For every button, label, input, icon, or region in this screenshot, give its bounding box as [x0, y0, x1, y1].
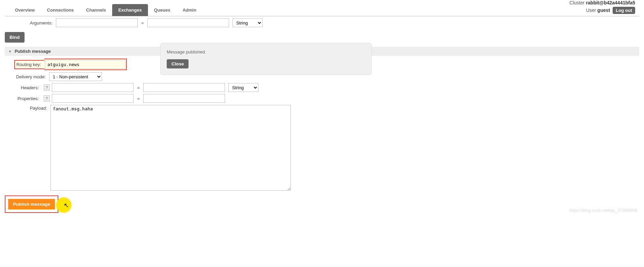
routing-key-label: Routing key:	[14, 60, 44, 69]
main-tabs: Overview Connections Channels Exchanges …	[9, 4, 203, 16]
flash-text: Message published.	[167, 49, 365, 54]
headers-label: Headers:	[5, 85, 42, 90]
tab-overview[interactable]: Overview	[9, 4, 41, 16]
equals-sign: =	[134, 85, 143, 90]
publish-message-button[interactable]: Publish message	[8, 199, 55, 209]
delivery-mode-label: Delivery mode:	[5, 74, 49, 79]
properties-value-input[interactable]	[143, 94, 225, 103]
tab-exchanges[interactable]: Exchanges	[112, 4, 148, 16]
headers-row: Headers: ? = String	[5, 83, 639, 92]
arguments-row: Arguments: = String	[5, 18, 639, 27]
headers-type-select[interactable]: String	[228, 83, 258, 92]
flash-message: Message published. Close	[160, 43, 372, 75]
delivery-mode-select[interactable]: 1 - Non-persistent	[49, 72, 102, 81]
cluster-name: rabbit@b42a4441bfa5	[586, 0, 635, 5]
properties-row: Properties: ? =	[5, 94, 639, 103]
arguments-type-select[interactable]: String	[233, 18, 263, 27]
properties-help-icon[interactable]: ?	[44, 95, 50, 101]
bind-button[interactable]: Bind	[5, 32, 25, 43]
user-name: guest	[597, 7, 610, 13]
payload-label: Payload:	[5, 105, 50, 111]
watermark-text: https://blog.csdn.net/qq_37909508	[569, 208, 638, 213]
chevron-down-icon: ▼	[8, 49, 12, 53]
properties-key-input[interactable]	[52, 94, 134, 103]
equals-sign: =	[138, 20, 147, 26]
logout-button[interactable]: Log out	[613, 7, 635, 14]
routing-key-input[interactable]	[45, 60, 125, 69]
arguments-label: Arguments:	[5, 20, 56, 26]
section-title: Publish message	[15, 49, 51, 54]
headers-help-icon[interactable]: ?	[44, 84, 50, 91]
properties-label: Properties:	[5, 96, 42, 101]
arguments-key-input[interactable]	[56, 18, 138, 27]
header-right: Cluster rabbit@b42a4441bfa5 User guest L…	[569, 0, 635, 16]
tab-queues[interactable]: Queues	[148, 4, 177, 16]
arguments-value-input[interactable]	[147, 18, 229, 27]
tab-connections[interactable]: Connections	[41, 4, 80, 16]
flash-close-button[interactable]: Close	[167, 59, 189, 68]
tab-channels[interactable]: Channels	[80, 4, 113, 16]
user-label: User	[586, 7, 596, 13]
headers-value-input[interactable]	[143, 83, 225, 92]
publish-button-highlight: Publish message	[5, 195, 58, 213]
payload-row: Payload:	[5, 105, 639, 191]
equals-sign: =	[134, 96, 143, 101]
payload-textarea[interactable]	[50, 105, 291, 191]
headers-key-input[interactable]	[52, 83, 134, 92]
tab-admin[interactable]: Admin	[176, 4, 202, 16]
cluster-label: Cluster	[569, 0, 584, 5]
